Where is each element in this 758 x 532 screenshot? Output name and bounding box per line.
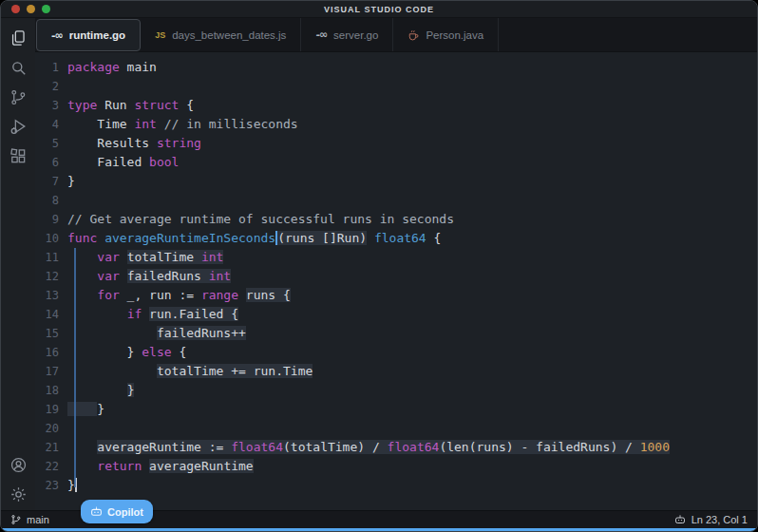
code-token: int xyxy=(209,269,231,283)
cursor-position-indicator[interactable]: Ln 23, Col 1 xyxy=(692,514,748,525)
code-token: return xyxy=(97,459,142,473)
tab-bar: -∞ runtime.go JS days_between_dates.js -… xyxy=(35,18,757,52)
code-token xyxy=(67,250,97,264)
code-token: string xyxy=(157,136,201,150)
tab-label: runtime.go xyxy=(69,29,125,41)
code-token: averageRuntimeInSeconds xyxy=(104,231,275,245)
activity-bar xyxy=(1,18,35,510)
code-line[interactable]: 4 Time int // in milliseconds xyxy=(35,115,757,134)
code-line[interactable]: 2 xyxy=(35,77,757,96)
code-token: range xyxy=(201,288,238,302)
code-line[interactable]: 13 for _, run := range runs { xyxy=(35,286,757,305)
code-token: float64 xyxy=(388,440,440,454)
code-token: 1000 xyxy=(640,440,670,454)
code-token xyxy=(67,364,157,378)
code-line[interactable]: 17 totalTime += run.Time xyxy=(35,362,757,381)
code-token: } xyxy=(97,402,104,416)
code-token xyxy=(142,459,149,473)
code-editor[interactable]: 1package main23type Run struct {4 Time i… xyxy=(35,52,757,510)
code-token: func xyxy=(67,231,97,245)
code-line[interactable]: 14 if run.Failed { xyxy=(35,305,757,324)
code-line[interactable]: 20 xyxy=(35,419,757,438)
tab-days-between-dates-js[interactable]: JS days_between_dates.js xyxy=(141,18,301,51)
extensions-icon[interactable] xyxy=(8,145,28,166)
line-number: 6 xyxy=(35,153,67,172)
code-line[interactable]: 11 var totalTime int xyxy=(35,248,757,267)
line-number: 11 xyxy=(35,248,67,267)
code-token: else xyxy=(142,345,171,359)
run-debug-icon[interactable] xyxy=(8,116,28,137)
explorer-icon[interactable] xyxy=(8,28,28,48)
branch-indicator[interactable]: main xyxy=(10,514,49,525)
code-token: struct xyxy=(134,98,179,112)
code-token xyxy=(367,231,374,245)
code-line[interactable]: 1package main xyxy=(35,58,757,77)
line-number: 17 xyxy=(35,362,67,381)
cursor-position: Ln 23, Col 1 xyxy=(692,514,748,525)
account-icon[interactable] xyxy=(8,454,28,475)
code-token: Run xyxy=(97,98,134,112)
code-line[interactable]: 6 Failed bool xyxy=(35,153,757,172)
code-token xyxy=(67,383,127,397)
line-number: 8 xyxy=(35,191,67,210)
code-line[interactable]: 21 averageRuntime := float64(totalTime) … xyxy=(35,438,757,457)
line-number: 19 xyxy=(35,400,67,419)
code-token: // Get average runtime of successful run… xyxy=(67,212,454,226)
settings-gear-icon[interactable] xyxy=(8,484,28,504)
line-number: 14 xyxy=(35,305,67,324)
line-number: 12 xyxy=(35,267,67,286)
code-token: runs { xyxy=(246,288,291,302)
code-token: // in milliseconds xyxy=(164,117,298,131)
code-token: (len(runs) - failedRuns) / xyxy=(439,440,639,454)
line-number: 2 xyxy=(35,77,67,96)
tab-runtime-go[interactable]: -∞ runtime.go xyxy=(36,19,141,51)
code-token: if xyxy=(127,307,142,321)
code-line[interactable]: 7} xyxy=(35,172,757,191)
line-number: 15 xyxy=(35,324,67,343)
code-line[interactable]: 5 Results string xyxy=(35,134,757,153)
line-number: 16 xyxy=(35,343,67,362)
tab-label: server.go xyxy=(333,29,378,41)
go-icon: -∞ xyxy=(315,28,327,41)
code-token xyxy=(67,440,97,454)
tab-server-go[interactable]: -∞ server.go xyxy=(301,18,393,51)
code-line[interactable]: 10func averageRuntimeInSeconds(runs []Ru… xyxy=(35,229,757,248)
search-icon[interactable] xyxy=(8,57,28,78)
vscode-window: Visual Studio Code xyxy=(0,0,758,532)
code-token: { xyxy=(179,98,194,112)
code-token xyxy=(67,269,97,283)
code-line[interactable]: 19 } xyxy=(35,400,757,419)
code-line[interactable]: 22 return averageRuntime xyxy=(35,457,757,476)
code-token: var xyxy=(97,269,119,283)
copilot-status[interactable] xyxy=(674,514,686,525)
line-number: 22 xyxy=(35,457,67,476)
window-title: Visual Studio Code xyxy=(1,5,757,14)
code-token: failedRuns xyxy=(127,269,209,283)
source-control-icon[interactable] xyxy=(8,86,28,107)
code-line[interactable]: 23} xyxy=(35,476,757,495)
code-line[interactable]: 12 var failedRuns int xyxy=(35,267,757,286)
line-number: 3 xyxy=(35,96,67,115)
code-line[interactable]: 15 failedRuns++ xyxy=(35,324,757,343)
code-line[interactable]: 9// Get average runtime of successful ru… xyxy=(35,210,757,229)
tab-label: Person.java xyxy=(426,29,483,41)
java-icon xyxy=(407,28,419,41)
code-token xyxy=(157,117,164,131)
code-line[interactable]: 3type Run struct { xyxy=(35,96,757,115)
go-icon: -∞ xyxy=(51,29,63,42)
line-number: 1 xyxy=(35,58,67,77)
code-token: Failed xyxy=(67,155,149,169)
code-line[interactable]: 18 } xyxy=(35,381,757,400)
code-token xyxy=(120,269,127,283)
code-line[interactable]: 8 xyxy=(35,191,757,210)
code-token: { xyxy=(172,345,187,359)
code-token xyxy=(97,231,104,245)
code-token: { xyxy=(426,231,442,245)
tab-person-java[interactable]: Person.java xyxy=(393,18,499,51)
copilot-button[interactable]: Copilot xyxy=(81,500,153,523)
code-token xyxy=(67,288,97,302)
code-line[interactable]: 16 } else { xyxy=(35,343,757,362)
code-token: int xyxy=(201,250,223,264)
code-token: (totalTime) / xyxy=(283,440,388,454)
code-token: Time xyxy=(67,117,134,131)
